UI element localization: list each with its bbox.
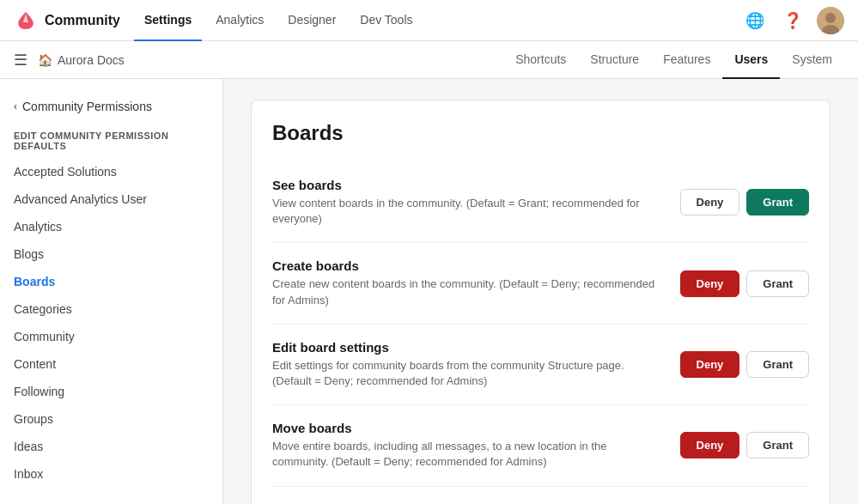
permission-actions-move-boards: DenyGrant [680, 432, 809, 458]
sidebar-item-accepted-solutions[interactable]: Accepted Solutions [0, 158, 222, 185]
sidebar-item-ideas[interactable]: Ideas [0, 433, 222, 460]
permission-desc-create-boards: Create new content boards in the communi… [272, 276, 660, 307]
sidebar-back-button[interactable]: ‹ Community Permissions [0, 93, 222, 124]
sidebar-item-inbox[interactable]: Inbox [0, 460, 222, 488]
permission-name-create-boards: Create boards [272, 258, 660, 273]
grant-button-move-boards[interactable]: Grant [746, 432, 809, 458]
permission-row-see-boards: See boardsView content boards in the com… [272, 162, 809, 243]
permission-info-create-boards: Create boardsCreate new content boards i… [272, 258, 660, 307]
sidebar-item-community[interactable]: Community [0, 323, 222, 350]
grant-button-edit-board-settings[interactable]: Grant [746, 351, 809, 378]
permission-list: See boardsView content boards in the com… [272, 162, 809, 504]
app-logo-icon[interactable] [14, 9, 38, 33]
nav-designer[interactable]: Designer [277, 0, 346, 41]
deny-button-create-boards[interactable]: Deny [680, 270, 740, 297]
permission-actions-create-boards: DenyGrant [680, 270, 809, 297]
sidebar: ‹ Community Permissions Edit Community P… [0, 79, 223, 504]
tab-users[interactable]: Users [722, 41, 780, 79]
permission-actions-see-boards: DenyGrant [680, 189, 809, 216]
top-nav-links: Settings Analytics Designer Dev Tools [134, 0, 423, 41]
permission-name-see-boards: See boards [272, 178, 660, 192]
permission-desc-move-boards: Move entire boards, including all messag… [272, 439, 660, 470]
permission-row-move-boards: Move boardsMove entire boards, including… [272, 405, 809, 486]
globe-button[interactable]: 🌐 [741, 7, 769, 34]
permission-row-create-boards: Create boardsCreate new content boards i… [272, 243, 809, 324]
main-layout: ‹ Community Permissions Edit Community P… [0, 79, 858, 504]
top-nav-right: 🌐 ❓ [741, 7, 844, 34]
user-avatar[interactable] [817, 7, 844, 34]
permission-info-see-boards: See boardsView content boards in the com… [272, 178, 660, 227]
help-button[interactable]: ❓ [779, 7, 806, 34]
deny-button-move-boards[interactable]: Deny [680, 432, 740, 458]
home-icon: 🏠 [38, 53, 52, 67]
grant-button-create-boards[interactable]: Grant [746, 270, 809, 297]
second-nav-tabs: Shortcuts Structure Features Users Syste… [503, 41, 844, 79]
permission-info-edit-board-settings: Edit board settingsEdit settings for com… [272, 340, 660, 389]
tab-structure[interactable]: Structure [578, 41, 651, 79]
sidebar-item-analytics[interactable]: Analytics [0, 213, 222, 240]
svg-point-1 [825, 13, 836, 23]
hamburger-icon[interactable]: ☰ [14, 51, 27, 70]
page-title: Boards [272, 121, 809, 145]
nav-analytics[interactable]: Analytics [205, 0, 274, 41]
sidebar-item-boards[interactable]: Boards [0, 268, 222, 295]
home-link[interactable]: 🏠 Aurora Docs [38, 53, 125, 67]
app-title: Community [45, 13, 120, 28]
chevron-left-icon: ‹ [14, 100, 17, 112]
tab-shortcuts[interactable]: Shortcuts [503, 41, 578, 79]
sidebar-item-blogs[interactable]: Blogs [0, 240, 222, 268]
permission-name-move-boards: Move boards [272, 421, 660, 435]
content-panel: Boards See boardsView content boards in … [251, 100, 831, 504]
permission-info-move-boards: Move boardsMove entire boards, including… [272, 421, 660, 470]
sidebar-section-title: Edit Community Permission Defaults [0, 124, 222, 158]
tab-features[interactable]: Features [651, 41, 722, 79]
deny-button-edit-board-settings[interactable]: Deny [680, 351, 740, 378]
permission-row-edit-board-settings: Edit board settingsEdit settings for com… [272, 325, 809, 405]
nav-settings[interactable]: Settings [134, 0, 202, 41]
permission-actions-edit-board-settings: DenyGrant [680, 351, 809, 378]
top-navigation: Community Settings Analytics Designer De… [0, 0, 858, 41]
grant-button-see-boards[interactable]: Grant [746, 189, 809, 216]
content-area: Boards See boardsView content boards in … [223, 79, 858, 504]
sidebar-back-label: Community Permissions [22, 100, 152, 113]
sidebar-item-categories[interactable]: Categories [0, 295, 222, 323]
permission-name-edit-board-settings: Edit board settings [272, 340, 660, 355]
top-nav-left: Community Settings Analytics Designer De… [14, 0, 423, 41]
permission-desc-edit-board-settings: Edit settings for community boards from … [272, 358, 660, 389]
sidebar-item-following[interactable]: Following [0, 378, 222, 405]
sidebar-item-advanced-analytics[interactable]: Advanced Analytics User [0, 185, 222, 213]
permission-desc-see-boards: View content boards in the community. (D… [272, 196, 660, 227]
sidebar-item-content[interactable]: Content [0, 350, 222, 378]
deny-button-see-boards[interactable]: Deny [680, 189, 740, 216]
permission-row-delete-boards: Delete boardsDelete boards (including al… [272, 487, 809, 505]
second-navigation: ☰ 🏠 Aurora Docs Shortcuts Structure Feat… [0, 41, 858, 79]
nav-dev-tools[interactable]: Dev Tools [350, 0, 423, 41]
sidebar-item-groups[interactable]: Groups [0, 405, 222, 433]
home-label: Aurora Docs [58, 53, 125, 67]
tab-system[interactable]: System [780, 41, 844, 79]
